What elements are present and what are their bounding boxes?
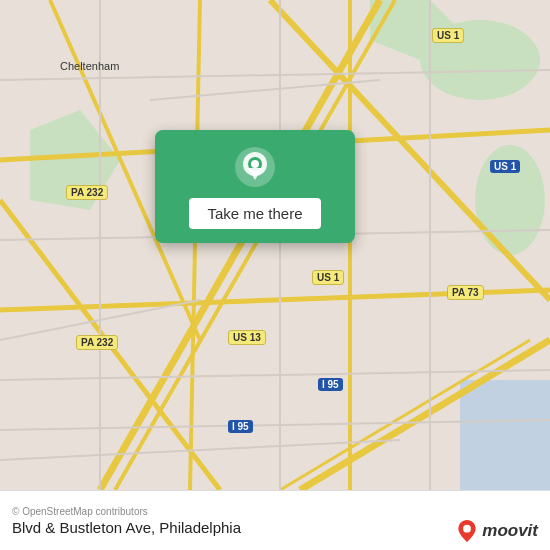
us13-label: US 13	[228, 330, 266, 345]
take-me-there-button[interactable]: Take me there	[189, 198, 320, 229]
svg-rect-5	[460, 380, 550, 490]
pa232-bot-label: PA 232	[76, 335, 118, 350]
svg-point-31	[251, 160, 259, 168]
location-card: Take me there	[155, 130, 355, 243]
us1-mid-label: US 1	[312, 270, 344, 285]
map-container: Cheltenham US 1 US 1 US 1 PA 232 PA 232 …	[0, 0, 550, 490]
us1-top-label: US 1	[432, 28, 464, 43]
moovit-logo: moovit	[456, 520, 538, 542]
bottom-bar: © OpenStreetMap contributors Blvd & Bust…	[0, 490, 550, 550]
location-pin-icon	[234, 146, 276, 188]
svg-point-33	[463, 525, 471, 533]
pa232-left-label: PA 232	[66, 185, 108, 200]
i95-label: I 95	[318, 378, 343, 391]
moovit-pin-icon	[456, 520, 478, 542]
cheltenham-label: Cheltenham	[60, 60, 119, 72]
attribution: © OpenStreetMap contributors	[12, 506, 538, 517]
pa73-label: PA 73	[447, 285, 484, 300]
us1-right-label: US 1	[490, 160, 520, 173]
moovit-brand-text: moovit	[482, 521, 538, 541]
i95-label2: I 95	[228, 420, 253, 433]
